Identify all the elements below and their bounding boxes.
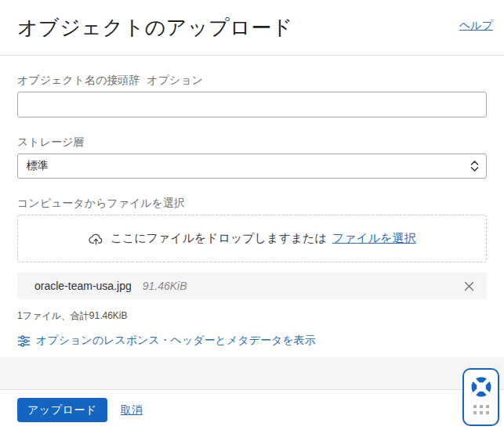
select-files-link[interactable]: ファイルを選択 (332, 231, 416, 246)
storage-tier-select[interactable]: 標準 (17, 154, 487, 179)
object-prefix-label: オブジェクト名の接頭辞オプション (17, 74, 487, 88)
remove-file-button[interactable] (462, 279, 476, 293)
file-name: oracle-team-usa.jpg (34, 280, 132, 292)
support-chat-widget[interactable] (462, 368, 499, 426)
cloud-upload-icon (88, 230, 104, 247)
drag-handle-dots[interactable] (473, 405, 489, 414)
storage-tier-label: ストレージ層 (17, 136, 487, 150)
file-row: oracle-team-usa.jpg 91.46KiB (17, 273, 487, 299)
upload-objects-dialog: オブジェクトのアップロード ヘルプ オブジェクト名の接頭辞オプション ストレージ… (0, 0, 504, 430)
show-metadata-link[interactable]: オプションのレスポンス・ヘッダーとメタデータを表示 (36, 334, 316, 348)
file-dropzone[interactable]: ここにファイルをドロップしますまたは ファイルを選択 (17, 215, 487, 262)
help-link[interactable]: ヘルプ (459, 19, 493, 33)
dialog-body: オブジェクト名の接頭辞オプション ストレージ層 標準 コンピュータからファイルを… (0, 56, 504, 357)
file-size: 91.46KiB (143, 280, 187, 292)
upload-button[interactable]: アップロード (17, 398, 107, 422)
select-updown-icon (470, 160, 479, 172)
files-summary: 1ファイル、合計91.46KiB (17, 309, 487, 323)
optional-hint: オプション (147, 74, 203, 86)
close-icon (463, 280, 475, 292)
dialog-header: オブジェクトのアップロード ヘルプ (0, 0, 504, 56)
file-select-label: コンピュータからファイルを選択 (17, 197, 487, 211)
dialog-filler (0, 357, 504, 389)
metadata-link-row[interactable]: オプションのレスポンス・ヘッダーとメタデータを表示 (17, 334, 487, 348)
dropzone-text: ここにファイルをドロップしますまたは (110, 231, 326, 246)
sliders-icon (17, 334, 31, 348)
cancel-link[interactable]: 取消 (121, 403, 143, 417)
object-prefix-input[interactable] (17, 92, 487, 117)
page-title: オブジェクトのアップロード (17, 14, 293, 42)
dialog-footer: アップロード 取消 (0, 389, 504, 430)
lifebuoy-icon (470, 375, 493, 399)
storage-tier-value: 標準 (27, 159, 49, 173)
